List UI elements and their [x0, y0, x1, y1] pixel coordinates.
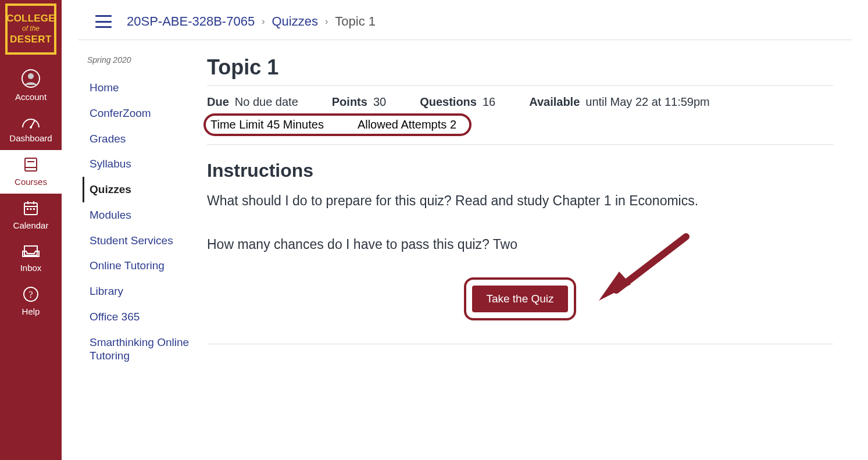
quiz-content: Topic 1 Due No due date Points 30 Questi…: [207, 52, 868, 369]
chevron-right-icon: ›: [262, 16, 265, 27]
nav-calendar[interactable]: Calendar: [0, 194, 62, 237]
svg-rect-11: [27, 208, 28, 210]
meta-due-label: Due: [207, 95, 229, 109]
meta-questions: Questions 16: [420, 95, 495, 109]
topbar: 20SP-ABE-328B-7065 › Quizzes › Topic 1: [78, 0, 852, 40]
cn-quizzes[interactable]: Quizzes: [83, 177, 207, 202]
svg-point-3: [30, 126, 32, 129]
nav-dashboard-label: Dashboard: [9, 133, 52, 143]
quiz-meta: Due No due date Points 30 Questions 16 A…: [207, 95, 833, 145]
cn-smarthinking[interactable]: Smarthinking Online Tutoring: [83, 330, 207, 369]
term-label: Spring 2020: [83, 55, 207, 65]
global-nav: COLLEGE of the DESERT Account Dashboard …: [0, 0, 62, 460]
svg-rect-12: [30, 208, 32, 210]
breadcrumb-current: Topic 1: [335, 14, 376, 29]
cn-grades[interactable]: Grades: [83, 126, 207, 152]
logo-line2: of the: [22, 24, 40, 33]
meta-available-value: until May 22 at 11:59pm: [585, 95, 709, 109]
svg-rect-4: [25, 158, 37, 171]
main-area: 20SP-ABE-328B-7065 › Quizzes › Topic 1 S…: [62, 0, 868, 460]
nav-dashboard[interactable]: Dashboard: [0, 109, 62, 150]
nav-help-label: Help: [22, 306, 40, 316]
take-quiz-row: Take the Quiz: [207, 277, 833, 320]
svg-rect-13: [33, 208, 35, 210]
svg-line-2: [31, 120, 35, 127]
cn-library[interactable]: Library: [83, 279, 207, 304]
meta-due-value: No due date: [235, 95, 298, 109]
user-icon: [21, 69, 41, 88]
nav-inbox-label: Inbox: [20, 263, 42, 273]
meta-available-label: Available: [529, 95, 580, 109]
cn-conferzoom[interactable]: ConferZoom: [83, 101, 207, 126]
cn-student-services[interactable]: Student Services: [83, 228, 207, 254]
take-quiz-highlight: Take the Quiz: [464, 277, 576, 320]
meta-allowed-attempts-value: 2: [450, 118, 456, 131]
cn-online-tutoring[interactable]: Online Tutoring: [83, 253, 207, 279]
calendar-icon: [22, 199, 40, 217]
take-quiz-button[interactable]: Take the Quiz: [472, 286, 567, 312]
meta-time-limit: Time Limit 45 Minutes: [210, 118, 324, 131]
meta-points-label: Points: [332, 95, 367, 109]
hamburger-icon[interactable]: [95, 15, 112, 28]
meta-time-limit-value: 45 Minutes: [267, 118, 324, 131]
help-icon: ?: [22, 286, 40, 303]
course-nav: Spring 2020 Home ConferZoom Grades Sylla…: [62, 52, 207, 369]
content-row: Spring 2020 Home ConferZoom Grades Sylla…: [62, 40, 868, 369]
cn-home[interactable]: Home: [83, 75, 207, 101]
bottom-rule: [207, 344, 833, 344]
meta-points-value: 30: [373, 95, 386, 109]
instructions-p2: How many chances do I have to pass this …: [207, 234, 748, 255]
meta-highlight-box: Time Limit 45 Minutes Allowed Attempts 2: [203, 113, 471, 136]
cn-office365[interactable]: Office 365: [83, 304, 207, 330]
svg-marker-17: [599, 272, 631, 301]
instructions-heading: Instructions: [207, 160, 833, 181]
chevron-right-icon: ›: [325, 16, 328, 27]
nav-help[interactable]: ? Help: [0, 280, 62, 323]
college-logo[interactable]: COLLEGE of the DESERT: [5, 3, 56, 55]
meta-allowed-attempts: Allowed Attempts 2: [358, 118, 456, 131]
nav-courses[interactable]: Courses: [0, 150, 62, 194]
breadcrumb-section[interactable]: Quizzes: [272, 14, 317, 29]
book-icon: [22, 156, 40, 173]
nav-calendar-label: Calendar: [13, 220, 49, 230]
nav-account[interactable]: Account: [0, 63, 62, 109]
svg-point-1: [28, 73, 34, 79]
meta-time-limit-label: Time Limit: [210, 118, 263, 131]
breadcrumb-course[interactable]: 20SP-ABE-328B-7065: [127, 14, 255, 29]
logo-line1: COLLEGE: [6, 13, 55, 24]
breadcrumb: 20SP-ABE-328B-7065 › Quizzes › Topic 1: [127, 14, 376, 29]
nav-inbox[interactable]: Inbox: [0, 237, 62, 280]
meta-points: Points 30: [332, 95, 386, 109]
svg-text:?: ?: [28, 290, 33, 299]
nav-account-label: Account: [15, 92, 47, 102]
cn-modules[interactable]: Modules: [83, 202, 207, 228]
inbox-icon: [22, 243, 40, 259]
meta-questions-value: 16: [483, 95, 495, 109]
nav-courses-label: Courses: [15, 177, 47, 187]
cn-syllabus[interactable]: Syllabus: [83, 151, 207, 177]
meta-questions-label: Questions: [420, 95, 477, 109]
logo-line3: DESERT: [10, 34, 52, 45]
meta-due: Due No due date: [207, 95, 298, 109]
instructions-p1: What should I do to prepare for this qui…: [207, 191, 748, 211]
quiz-title: Topic 1: [207, 55, 833, 86]
meta-available: Available until May 22 at 11:59pm: [529, 95, 710, 109]
meta-allowed-attempts-label: Allowed Attempts: [358, 118, 446, 131]
gauge-icon: [21, 115, 41, 130]
